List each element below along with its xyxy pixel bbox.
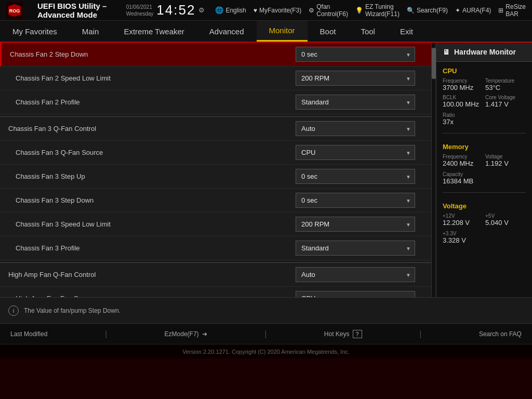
search-btn[interactable]: 🔍 Search(F9) xyxy=(407,7,448,14)
footer-divider-1: | xyxy=(105,329,107,339)
label-chassis-fan2-speed-low: Chassis Fan 2 Speed Low Limit xyxy=(8,74,296,82)
cpu-ratio-block: Ratio 37x xyxy=(436,111,532,129)
tab-my-favorites[interactable]: My Favorites xyxy=(0,21,70,42)
nav-tabs: My Favorites Main Extreme Tweaker Advanc… xyxy=(0,21,532,43)
header-bar: ROG UEFI BIOS Utility – Advanced Mode 01… xyxy=(0,0,532,21)
aura-btn[interactable]: ✦ AURA(F4) xyxy=(455,7,491,14)
settings-row-high-amp-fan-source: High Amp Fan Fan SourceCPUChipsetPCHT_Se… xyxy=(0,287,431,297)
label-chassis-fan3-step-up: Chassis Fan 3 Step Up xyxy=(8,172,296,180)
footer-divider-3: | xyxy=(419,329,421,339)
mem-voltage-block: Voltage 1.192 V xyxy=(485,154,526,167)
settings-row-chassis-fan3-step-down: Chassis Fan 3 Step Down0 sec1 sec3 sec5 … xyxy=(0,189,431,212)
dropdown-wrap-chassis-fan3-step-up: 0 sec1 sec3 sec5 sec10 sec20 sec30 sec▼ xyxy=(296,169,415,184)
dropdown-wrap-chassis-fan3-qfan: DisabledAutoDC ModePWM Mode▼ xyxy=(296,121,415,136)
settings-gear-icon[interactable]: ⚙ xyxy=(198,6,205,14)
settings-row-chassis-fan3-profile: Chassis Fan 3 ProfileStandardSilentTurbo… xyxy=(0,236,431,260)
settings-row-chassis-fan2-speed-low: Chassis Fan 2 Speed Low LimitIgnore200 R… xyxy=(0,66,431,90)
cpu-temperature-block: Temperature 53°C xyxy=(485,78,526,91)
datetime-block: 01/06/2021 Wednesday 14:52 ⚙ xyxy=(126,2,205,18)
settings-row-chassis-fan2-step-down: Chassis Fan 2 Step Down0 sec1 sec3 sec5 … xyxy=(0,43,431,66)
dropdown-chassis-fan2-step-down[interactable]: 0 sec1 sec3 sec5 sec10 sec20 sec30 sec xyxy=(296,47,415,62)
tab-tool[interactable]: Tool xyxy=(348,21,388,42)
dropdown-high-amp-fan-source[interactable]: CPUChipsetPCHT_SensorVCORE xyxy=(296,291,415,297)
settings-row-chassis-fan2-profile: Chassis Fan 2 ProfileStandardSilentTurbo… xyxy=(0,90,431,114)
dropdown-chassis-fan2-profile[interactable]: StandardSilentTurboFull SpeedManual xyxy=(296,95,415,110)
scrollbar-thumb[interactable] xyxy=(432,48,436,79)
arrow-right-icon: ➜ xyxy=(202,330,207,338)
tab-monitor[interactable]: Monitor xyxy=(257,21,308,42)
settings-row-chassis-fan3-step-up: Chassis Fan 3 Step Up0 sec1 sec3 sec5 se… xyxy=(0,165,431,189)
resize-bar-btn[interactable]: ⊞ ReSize BAR xyxy=(498,3,526,18)
tab-exit[interactable]: Exit xyxy=(388,21,425,42)
label-high-amp-fan-source: High Amp Fan Fan Source xyxy=(8,295,296,297)
monitor-icon: 🖥 xyxy=(443,48,450,56)
fan-icon: ⚙ xyxy=(309,7,314,14)
settings-row-chassis-fan3-speed-low: Chassis Fan 3 Speed Low LimitIgnore200 R… xyxy=(0,212,431,236)
v5-block: +5V 5.040 V xyxy=(485,213,526,227)
svg-text:ROG: ROG xyxy=(9,8,20,14)
globe-icon: 🌐 xyxy=(215,6,223,14)
time-display: 14:52 xyxy=(156,2,195,18)
dropdown-wrap-chassis-fan2-step-down: 0 sec1 sec3 sec5 sec10 sec20 sec30 sec▼ xyxy=(296,47,415,62)
dropdown-wrap-high-amp-fan-source: CPUChipsetPCHT_SensorVCORE▼ xyxy=(296,291,415,297)
ez-mode-btn[interactable]: EzMode(F7) ➜ xyxy=(165,330,207,338)
dropdown-wrap-high-amp-fan-qfan: DisabledAutoDC ModePWM Mode▼ xyxy=(296,267,415,282)
dropdown-wrap-chassis-fan2-speed-low: Ignore200 RPM300 RPM400 RPM600 RPM800 RP… xyxy=(296,71,415,86)
language-selector[interactable]: 🌐 English xyxy=(215,6,246,14)
aura-icon: ✦ xyxy=(455,7,460,14)
footer: Last Modified | EzMode(F7) ➜ | Hot Keys … xyxy=(0,323,532,344)
label-chassis-fan3-source: Chassis Fan 3 Q-Fan Source xyxy=(8,149,296,156)
hardware-monitor: 🖥 Hardware Monitor CPU Frequency 3700 MH… xyxy=(436,43,532,297)
mem-frequency-block: Frequency 2400 MHz xyxy=(443,154,483,167)
footer-divider-2: | xyxy=(264,329,267,339)
dropdown-wrap-chassis-fan3-speed-low: Ignore200 RPM300 RPM400 RPM600 RPM800 RP… xyxy=(296,217,415,232)
dropdown-wrap-chassis-fan3-source: CPUChipsetPCHT_SensorVCORE▼ xyxy=(296,145,415,160)
toolbar: 🌐 English ♥ MyFavorite(F3) ⚙ Qfan Contro… xyxy=(215,3,526,18)
info-icon: i xyxy=(8,305,19,316)
cpu-bclk-block: BCLK 100.00 MHz xyxy=(443,95,483,108)
settings-panel: Chassis Fan 2 Step Down0 sec1 sec3 sec5 … xyxy=(0,43,432,297)
hw-section-voltage: Voltage +12V 12.208 V +5V 5.040 V +3.3V … xyxy=(436,197,532,247)
settings-row-chassis-fan3-qfan: Chassis Fan 3 Q-Fan ControlDisabledAutoD… xyxy=(0,116,431,141)
dropdown-chassis-fan3-speed-low[interactable]: Ignore200 RPM300 RPM400 RPM600 RPM800 RP… xyxy=(296,217,415,232)
hot-keys-btn[interactable]: Hot Keys ? xyxy=(324,330,362,338)
app-title: UEFI BIOS Utility – Advanced Mode xyxy=(37,2,110,19)
label-chassis-fan2-step-down: Chassis Fan 2 Step Down xyxy=(10,50,296,58)
cpu-corevoltage-block: Core Voltage 1.417 V xyxy=(485,95,526,108)
tab-extreme-tweaker[interactable]: Extreme Tweaker xyxy=(111,21,196,42)
last-modified-btn[interactable]: Last Modified xyxy=(10,330,47,338)
label-chassis-fan3-profile: Chassis Fan 3 Profile xyxy=(8,244,296,252)
dropdown-chassis-fan3-step-up[interactable]: 0 sec1 sec3 sec5 sec10 sec20 sec30 sec xyxy=(296,169,415,184)
v33-block: +3.3V 3.328 V xyxy=(436,230,532,247)
cpu-stats-grid: Frequency 3700 MHz Temperature 53°C BCLK… xyxy=(436,77,532,109)
dropdown-high-amp-fan-qfan[interactable]: DisabledAutoDC ModePWM Mode xyxy=(296,267,415,282)
dropdown-chassis-fan3-profile[interactable]: StandardSilentTurboFull SpeedManual xyxy=(296,241,415,256)
my-favorite-btn[interactable]: ♥ MyFavorite(F3) xyxy=(254,7,301,14)
hw-section-memory: Memory Frequency 2400 MHz Voltage 1.192 … xyxy=(436,138,532,193)
dropdown-chassis-fan3-qfan[interactable]: DisabledAutoDC ModePWM Mode xyxy=(296,121,415,136)
ez-tuning-btn[interactable]: 💡 EZ Tuning Wizard(F11) xyxy=(355,3,400,18)
hot-keys-badge: ? xyxy=(353,330,362,338)
dropdown-wrap-chassis-fan3-profile: StandardSilentTurboFull SpeedManual▼ xyxy=(296,241,415,256)
tab-boot[interactable]: Boot xyxy=(308,21,349,42)
settings-row-high-amp-fan-qfan: High Amp Fan Q-Fan ControlDisabledAutoDC… xyxy=(0,262,431,287)
resize-icon: ⊞ xyxy=(498,7,503,14)
logo: ROG xyxy=(6,2,23,19)
dropdown-chassis-fan3-source[interactable]: CPUChipsetPCHT_SensorVCORE xyxy=(296,145,415,160)
tab-main[interactable]: Main xyxy=(70,21,112,42)
label-chassis-fan3-qfan: Chassis Fan 3 Q-Fan Control xyxy=(8,125,296,132)
search-faq-btn[interactable]: Search on FAQ xyxy=(479,330,522,338)
label-chassis-fan3-step-down: Chassis Fan 3 Step Down xyxy=(8,196,296,204)
lightbulb-icon: 💡 xyxy=(355,7,363,14)
date-display: 01/06/2021 Wednesday xyxy=(126,4,154,17)
v12-block: +12V 12.208 V xyxy=(443,213,483,227)
heart-icon: ♥ xyxy=(254,7,257,14)
main-area: Chassis Fan 2 Step Down0 sec1 sec3 sec5 … xyxy=(0,43,532,297)
dropdown-chassis-fan2-speed-low[interactable]: Ignore200 RPM300 RPM400 RPM600 RPM800 RP… xyxy=(296,71,415,86)
scrollbar-track[interactable] xyxy=(432,43,436,297)
tab-advanced[interactable]: Advanced xyxy=(197,21,257,42)
dropdown-chassis-fan3-step-down[interactable]: 0 sec1 sec3 sec5 sec10 sec20 sec30 sec xyxy=(296,193,415,208)
qfan-btn[interactable]: ⚙ Qfan Control(F6) xyxy=(309,3,348,18)
cpu-frequency-block: Frequency 3700 MHz xyxy=(443,78,483,91)
mem-capacity-block: Capacity 16384 MB xyxy=(436,170,532,188)
